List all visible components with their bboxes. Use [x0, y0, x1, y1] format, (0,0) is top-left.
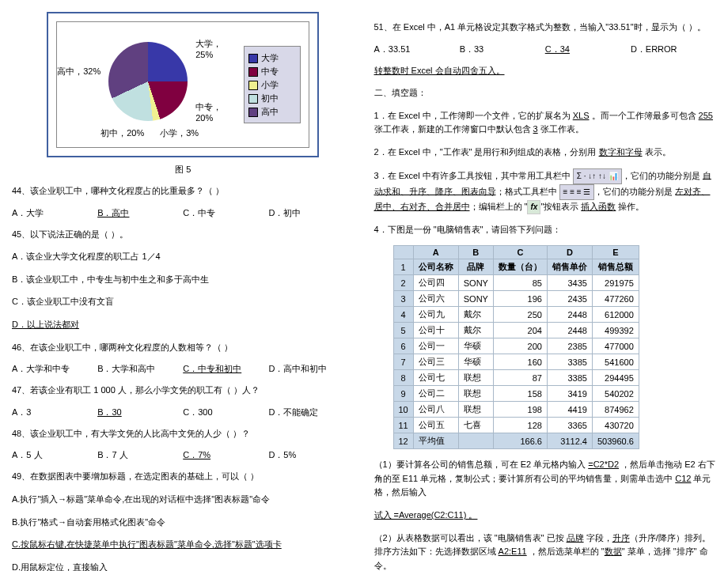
pie-chart-figure: 大学，25% 中专，20% 小学，3% 初中，20% 高中，32% 大学 中专 …	[47, 12, 319, 157]
legend: 大学 中专 小学 初中 高中	[244, 46, 301, 123]
sales-table: A B C D E 1 公司名称 品牌 数量（台） 销售单价 销售总额 2公司四…	[393, 245, 639, 449]
right-column: 51、在 Excel 中，A1 单元格设定其数字格式为整数，当输入"33.51"…	[374, 12, 717, 571]
pie-chart	[108, 42, 188, 121]
pie-label: 初中，20%	[100, 127, 144, 139]
question-44: 44、该企业职工中，哪种文化程度占的比重最多？（ ）	[12, 184, 355, 199]
options-48: A．5 人 B．7 人 C．7% D．5%	[12, 449, 355, 461]
options-51: A．33.51 B．33 C．34 D．ERROR	[374, 43, 717, 55]
fx-icon: fx	[527, 200, 540, 214]
question-49: 49、在数据图表中要增加标题，在选定图表的基础上，可以（ ）	[12, 470, 355, 484]
figure-caption: 图 5	[12, 164, 355, 176]
options-46: A．大学和中专 B．大学和高中 C．中专和初中 D．高中和初中	[12, 363, 355, 375]
toolbar-image-1: Σ · ↓↑ ↑↓ 📊	[573, 168, 622, 184]
fill-header: 二、填空题：	[374, 86, 717, 100]
pie-label: 大学，25%	[195, 38, 236, 59]
fill-3: 3．在 Excel 中有许多工具按钮，其中常用工具栏中 Σ · ↓↑ ↑↓ 📊，…	[374, 168, 717, 214]
left-column: 大学，25% 中专，20% 小学，3% 初中，20% 高中，32% 大学 中专 …	[12, 12, 355, 571]
question-47: 47、若该企业有职工 1 000 人，那么小学文凭的职工有（ ）人？	[12, 384, 355, 398]
question-45: 45、以下说法正确的是（ ）。	[12, 228, 355, 242]
question-51: 51、在 Excel 中，A1 单元格设定其数字格式为整数，当输入"33.51"…	[374, 21, 717, 35]
options-47: A．3 B．30 C．300 D．不能确定	[12, 407, 355, 418]
fill-1: 1．在 Excel 中，工作簿即一个文件，它的扩展名为 XLS 。而一个工作簿最…	[374, 109, 717, 137]
pie-label: 高中，32%	[57, 66, 100, 78]
toolbar-image-2: ≡ ≡ ≡ ☰	[559, 184, 595, 200]
options-44: A．大学 B．高中 C．中专 D．初中	[12, 207, 355, 219]
fill-2: 2．在 Excel 中，"工作表" 是用行和列组成的表格，分别用 数字和字母 表…	[374, 146, 717, 160]
question-46: 46、在该企业职工中，哪两种文化程度的人数相等？（ ）	[12, 341, 355, 355]
para-2: （2）从表格数据可以看出，该 "电脑销售表" 已按 品牌 字段，升序（升序/降序…	[374, 531, 717, 571]
para-1: （1）要计算各公司的销售总额，可在 E2 单元格内输入 =C2*D2 ，然后单击…	[374, 458, 717, 500]
question-48: 48、该企业职工中，有大学文凭的人比高中文凭的人少（ ）？	[12, 427, 355, 441]
pie-label: 小学，3%	[160, 127, 199, 139]
answer-51: 转整数时 Excel 会自动四舍五入。	[374, 64, 717, 78]
pie-label: 中专，20%	[195, 101, 236, 123]
fill-4: 4．下图是一份 "电脑销售表"，请回答下列问题：	[374, 223, 717, 237]
